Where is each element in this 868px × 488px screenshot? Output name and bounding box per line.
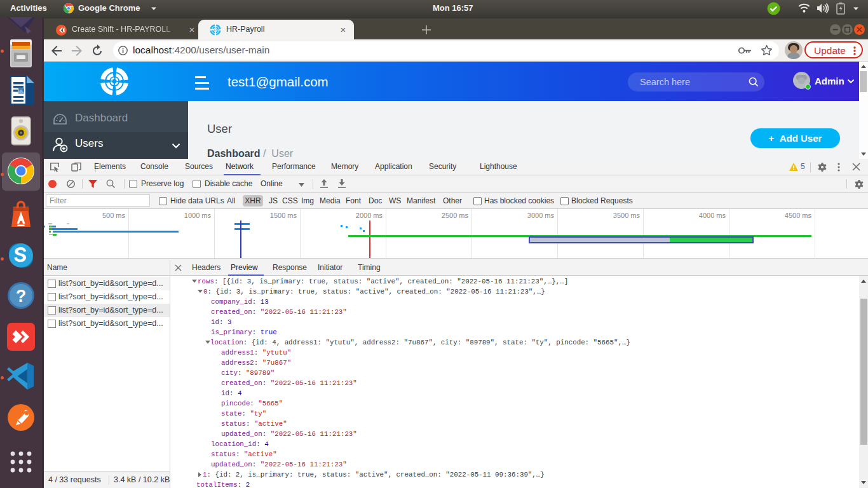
- svg-text:?: ?: [16, 287, 27, 306]
